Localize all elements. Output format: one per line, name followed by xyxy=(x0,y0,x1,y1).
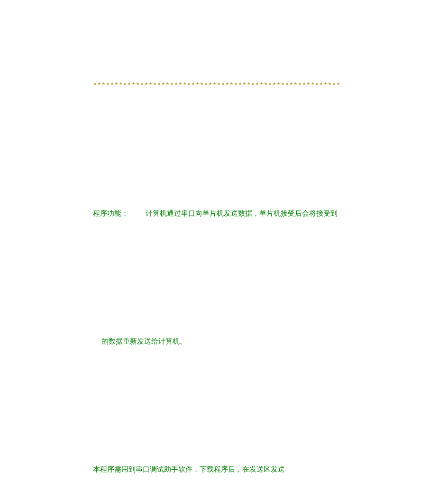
stars-line-1: ****************************************… xyxy=(76,67,420,105)
comment-text-2: 的数据重新发送给计算机。 xyxy=(93,338,187,346)
comment-stars-1: ****************************************… xyxy=(93,82,340,90)
blank-1 xyxy=(76,144,420,156)
comment-func-line3: 本程序需用到串口调试助手软件，下载程序后，在发送区发送 xyxy=(76,451,420,489)
comment-func-line2: 的数据重新发送给计算机。 xyxy=(76,323,420,361)
comment-text-1: 程序功能： 计算机通过串口向单片机发送数据，单片机接受后会将接受到 xyxy=(93,210,338,218)
blank-2 xyxy=(76,272,420,284)
code-container: ****************************************… xyxy=(76,28,420,501)
comment-func-line1: 程序功能： 计算机通过串口向单片机发送数据，单片机接受后会将接受到 xyxy=(76,195,420,233)
comment-text-3: 本程序需用到串口调试助手软件，下载程序后，在发送区发送 xyxy=(93,466,285,474)
blank-3 xyxy=(76,400,420,412)
